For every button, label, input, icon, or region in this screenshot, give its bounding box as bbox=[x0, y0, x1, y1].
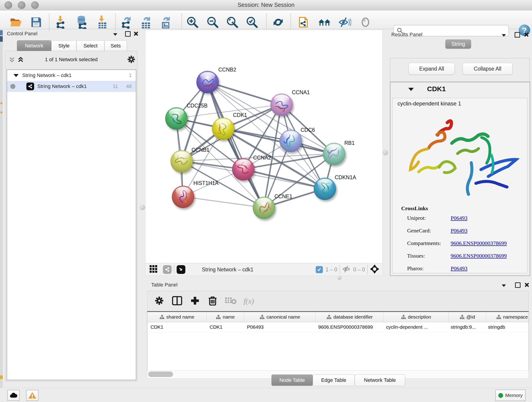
network-node-CDKN1A[interactable] bbox=[314, 178, 336, 200]
table-column-header[interactable]: description bbox=[384, 312, 449, 322]
left-splitter-handle[interactable] bbox=[140, 205, 145, 210]
table-cell[interactable]: cyclin-dependent ... bbox=[383, 322, 447, 332]
hide-details-eye-slash-icon[interactable] bbox=[338, 15, 351, 29]
table-cell[interactable]: stringdb bbox=[485, 322, 529, 332]
export-network-icon[interactable] bbox=[120, 15, 133, 29]
cdk1-collapse-triangle-icon[interactable] bbox=[408, 88, 414, 92]
collapse-all-button[interactable]: Collapse All bbox=[462, 63, 513, 75]
tab-select[interactable]: Select bbox=[76, 40, 104, 51]
expand-all-button[interactable]: Expand All bbox=[409, 63, 455, 75]
tab-network-table[interactable]: Network Table bbox=[355, 375, 405, 386]
zoom-selected-icon[interactable] bbox=[246, 15, 259, 29]
left-splitter[interactable] bbox=[139, 30, 145, 275]
control-panel-float-icon[interactable] bbox=[125, 31, 131, 38]
results-panel-float-icon[interactable] bbox=[515, 32, 520, 38]
tab-style[interactable]: Style bbox=[51, 40, 76, 51]
network-view-canvas[interactable]: CCNB2CCNA1CDC25BCDK1CDC6RB1CCNB1CCNA2CDK… bbox=[145, 30, 383, 264]
table-cell[interactable]: P06493 bbox=[244, 322, 315, 332]
crosslink-link[interactable]: P06493 bbox=[451, 228, 467, 234]
network-node-CDK1[interactable] bbox=[212, 118, 234, 140]
delete-column-trash-icon[interactable] bbox=[208, 296, 217, 306]
tab-node-table[interactable]: Node Table bbox=[272, 375, 313, 386]
network-node-CCNA1[interactable] bbox=[270, 94, 293, 116]
node-gloss bbox=[283, 131, 298, 139]
table-column-header[interactable]: @id bbox=[449, 312, 486, 322]
network-node-CCNB2[interactable] bbox=[196, 71, 219, 93]
birdseye-toggle-icon[interactable] bbox=[177, 265, 185, 274]
network-node-RB1[interactable] bbox=[323, 143, 345, 165]
collection-expand-triangle-icon[interactable] bbox=[13, 74, 19, 77]
open-session-icon[interactable] bbox=[10, 15, 22, 29]
network-options-gear-icon[interactable] bbox=[127, 55, 135, 64]
network-node-CCNE1[interactable] bbox=[253, 197, 275, 219]
warning-button[interactable] bbox=[26, 390, 38, 401]
crosslink-link[interactable]: 9606.ENSP00000378699 bbox=[451, 253, 507, 259]
memory-button[interactable]: Memory bbox=[495, 390, 526, 401]
tab-sets[interactable]: Sets bbox=[104, 40, 127, 51]
document-share-icon[interactable] bbox=[298, 15, 311, 29]
zoom-out-icon[interactable] bbox=[206, 15, 219, 29]
table-panel-close-icon[interactable] bbox=[524, 283, 529, 288]
import-network-file-icon[interactable] bbox=[55, 15, 67, 29]
show-columns-icon[interactable] bbox=[172, 296, 182, 306]
table-cell[interactable]: CDK1 bbox=[147, 322, 206, 332]
table-settings-gear-icon[interactable] bbox=[155, 296, 164, 306]
crosslink-link[interactable]: P06493 bbox=[451, 215, 467, 221]
table-cell[interactable]: stringdb:9... bbox=[447, 322, 485, 332]
add-column-plus-icon[interactable] bbox=[190, 296, 200, 306]
zoom-fit-icon[interactable] bbox=[226, 15, 239, 29]
results-panel-menu-icon[interactable] bbox=[502, 33, 506, 38]
crosslink-link[interactable]: P06493 bbox=[451, 265, 467, 272]
tab-network[interactable]: Network bbox=[17, 40, 51, 51]
save-session-icon[interactable] bbox=[30, 15, 43, 29]
control-panel-close-icon[interactable] bbox=[133, 32, 138, 37]
table-panel-float-icon[interactable] bbox=[515, 282, 520, 289]
import-table-icon[interactable] bbox=[96, 15, 109, 29]
cloud-button[interactable] bbox=[7, 390, 20, 401]
grid-view-icon[interactable] bbox=[149, 265, 158, 274]
table-row[interactable]: CDK1CDK1P064939606.ENSP00000378699cyclin… bbox=[147, 322, 529, 332]
eye-icon[interactable] bbox=[359, 15, 372, 29]
tab-edge-table[interactable]: Edge Table bbox=[313, 375, 355, 386]
table-column-header[interactable]: namespace bbox=[486, 312, 529, 322]
network-node-CCNA2[interactable] bbox=[232, 158, 254, 181]
import-network-database-icon[interactable] bbox=[75, 15, 88, 29]
tab-string[interactable]: String bbox=[445, 39, 471, 49]
table-cell[interactable]: CDK1 bbox=[206, 322, 244, 332]
table-column-header[interactable]: canonical name bbox=[244, 312, 316, 322]
control-panel-menu-icon[interactable] bbox=[113, 32, 117, 37]
results-panel-close-icon[interactable] bbox=[524, 32, 528, 38]
export-table-icon[interactable] bbox=[140, 15, 152, 29]
crosslink-link[interactable]: 9606.ENSP00000378699 bbox=[451, 240, 507, 246]
export-image-icon[interactable] bbox=[159, 15, 172, 29]
cdk1-subtitle: cyclin-dependent kinase 1 bbox=[398, 100, 461, 107]
share-view-icon[interactable] bbox=[163, 265, 172, 274]
table-cell[interactable]: 9606.ENSP00000378699 bbox=[315, 322, 383, 332]
function-builder-icon[interactable]: f(x) bbox=[244, 297, 254, 306]
horizontal-splitter-handle[interactable] bbox=[337, 276, 342, 280]
zoom-in-icon[interactable] bbox=[186, 15, 199, 29]
table-column-header[interactable]: database identifier bbox=[316, 312, 384, 322]
right-splitter[interactable] bbox=[382, 30, 388, 275]
network-node-CDC6[interactable] bbox=[279, 130, 302, 152]
home-icon[interactable] bbox=[318, 15, 331, 29]
node-label-CCNE1: CCNE1 bbox=[274, 193, 292, 200]
table-panel-menu-icon[interactable] bbox=[502, 284, 506, 288]
pan-crosshair-icon[interactable] bbox=[370, 264, 379, 274]
node-table[interactable]: shared namenamecanonical namedatabase id… bbox=[147, 311, 529, 371]
network-node-CCNB1[interactable] bbox=[171, 150, 193, 172]
cdk1-section-title[interactable]: CDK1 bbox=[427, 85, 446, 93]
table-column-header[interactable]: name bbox=[207, 312, 244, 322]
network-node-HIST1H1A[interactable] bbox=[172, 186, 194, 208]
table-panel: Table Panel f(x) shared namenamecano bbox=[145, 280, 532, 388]
table-column-header[interactable]: shared name bbox=[147, 312, 207, 322]
delete-table-icon[interactable] bbox=[225, 297, 237, 306]
hidden-eye-slash-icon[interactable] bbox=[342, 265, 351, 274]
scrollbar-thumb[interactable] bbox=[148, 371, 173, 377]
network-node-CDC25B[interactable] bbox=[165, 107, 188, 130]
network-row-selected[interactable]: String Network – cdk1 11 48 bbox=[7, 81, 136, 92]
selected-checkbox-icon[interactable] bbox=[316, 266, 323, 273]
network-collection-row[interactable]: String Network – cdk1 1 bbox=[7, 70, 136, 81]
right-splitter-handle[interactable] bbox=[383, 150, 388, 155]
apply-layout-icon[interactable] bbox=[272, 15, 285, 29]
